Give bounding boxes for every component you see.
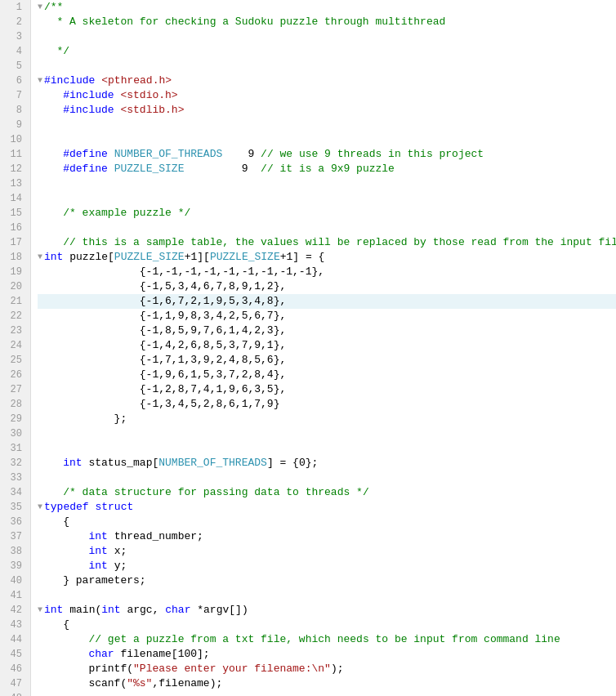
- token-comment: */: [38, 44, 69, 59]
- token-kw: int: [44, 250, 63, 265]
- token-preproc: #include: [44, 74, 95, 88]
- code-line: {: [38, 618, 616, 632]
- token-string: <pthread.h>: [101, 74, 172, 88]
- code-line: #define NUMBER_OF_THREADS 9 // we use 9 …: [38, 147, 616, 162]
- token-plain: [108, 147, 114, 162]
- code-line: */: [38, 44, 616, 59]
- code-line: [38, 118, 616, 132]
- token-plain: {-1,1,9,8,3,4,2,5,6,7},: [38, 309, 286, 323]
- token-preproc: #include: [63, 103, 114, 118]
- line-number: 8: [0, 103, 25, 118]
- code-line: /* example puzzle */: [38, 206, 616, 221]
- line-number: 27: [0, 382, 25, 397]
- token-plain: };: [38, 412, 127, 426]
- fold-icon[interactable]: ▼: [38, 250, 42, 265]
- fold-icon[interactable]: ▼: [38, 500, 42, 515]
- token-plain: );: [331, 662, 344, 676]
- token-plain: {-1,2,8,7,4,1,9,6,3,5},: [38, 382, 286, 397]
- line-number: 2: [0, 15, 25, 29]
- token-plain: } parameters;: [38, 573, 146, 588]
- token-macro: PUZZLE_SIZE: [114, 250, 185, 265]
- line-number: 5: [0, 59, 25, 74]
- line-number: 13: [0, 176, 25, 191]
- token-comment: /* data structure for passing data to th…: [63, 485, 368, 500]
- line-number: 26: [0, 368, 25, 382]
- line-number: 20: [0, 279, 25, 294]
- token-preproc: #define: [63, 147, 108, 162]
- token-plain: +1][: [185, 250, 210, 265]
- code-line: ▼int puzzle[PUZZLE_SIZE+1][PUZZLE_SIZE+1…: [38, 250, 616, 265]
- token-comment: // get a puzzle from a txt file, which n…: [88, 632, 560, 647]
- line-number: 31: [0, 441, 25, 456]
- token-plain: scanf(: [38, 676, 127, 691]
- code-line: [38, 176, 616, 191]
- line-number: 11: [0, 147, 25, 162]
- code-line: [38, 471, 616, 485]
- token-comment: // we use 9 threads in this project: [261, 147, 484, 162]
- token-plain: [38, 559, 88, 573]
- token-comment: * A skeleton for checking a Sudoku puzzl…: [38, 15, 445, 29]
- token-plain: [38, 162, 63, 176]
- code-line: [38, 588, 616, 603]
- token-kw: int: [63, 456, 82, 471]
- line-number: 42: [0, 603, 25, 618]
- code-line: ▼int main(int argc, char *argv[]): [38, 603, 616, 618]
- code-line: printf("Please enter your filename:\n");: [38, 662, 616, 676]
- token-plain: {-1,9,6,1,5,3,7,2,8,4},: [38, 368, 286, 382]
- token-plain: [38, 235, 63, 250]
- token-plain: {-1,5,3,4,6,7,8,9,1,2},: [38, 279, 286, 294]
- line-number: 9: [0, 118, 25, 132]
- fold-icon[interactable]: ▼: [38, 0, 42, 15]
- code-line: [38, 59, 616, 74]
- token-comment: /* example puzzle */: [63, 206, 190, 221]
- line-number: 44: [0, 632, 25, 647]
- code-line: * A skeleton for checking a Sudoku puzzl…: [38, 15, 616, 29]
- line-number: 19: [0, 265, 25, 279]
- token-plain: [38, 485, 63, 500]
- token-plain: ] = {0};: [267, 456, 318, 471]
- code-line: {-1,-1,-1,-1,-1,-1,-1,-1,-1},: [38, 265, 616, 279]
- code-line: // this is a sample table, the values wi…: [38, 235, 616, 250]
- code-line: /* data structure for passing data to th…: [38, 485, 616, 500]
- token-plain: {-1,4,2,6,8,5,3,7,9,1},: [38, 338, 286, 353]
- token-macro: NUMBER_OF_THREADS: [158, 456, 267, 471]
- code-line: [38, 221, 616, 235]
- token-plain: [38, 147, 63, 162]
- token-kw: int: [88, 544, 107, 559]
- token-string: <stdio.h>: [120, 88, 177, 103]
- token-comment: // this is a sample table, the values wi…: [63, 235, 616, 250]
- fold-icon[interactable]: ▼: [38, 74, 42, 88]
- token-plain: 9: [222, 147, 261, 162]
- code-line: char filename[100];: [38, 647, 616, 662]
- code-line: #include <stdio.h>: [38, 88, 616, 103]
- line-number: 33: [0, 471, 25, 485]
- token-kw: typedef: [44, 500, 89, 515]
- line-number: 39: [0, 559, 25, 573]
- token-plain: [108, 162, 114, 176]
- line-number: 35: [0, 500, 25, 515]
- line-number: 7: [0, 88, 25, 103]
- code-line: #include <stdlib.h>: [38, 103, 616, 118]
- token-kw: char: [88, 647, 114, 662]
- code-line: {-1,6,7,2,1,9,5,3,4,8},: [38, 294, 616, 309]
- token-macro: PUZZLE_SIZE: [210, 250, 280, 265]
- token-kw: int: [88, 529, 107, 544]
- token-plain: [38, 88, 63, 103]
- line-number: 29: [0, 412, 25, 426]
- token-macro: PUZZLE_SIZE: [114, 162, 185, 176]
- token-plain: [114, 88, 121, 103]
- code-area: 1234567891011121314151617181920212223242…: [0, 0, 616, 696]
- line-number: 30: [0, 426, 25, 441]
- code-line: {-1,4,2,6,8,5,3,7,9,1},: [38, 338, 616, 353]
- fold-icon[interactable]: ▼: [38, 603, 42, 618]
- code-lines: ▼/** * A skeleton for checking a Sudoku …: [31, 0, 616, 696]
- token-plain: thread_number;: [108, 529, 203, 544]
- code-line: int x;: [38, 544, 616, 559]
- line-number: 48: [0, 691, 25, 696]
- code-line: {-1,1,9,8,3,4,2,5,6,7},: [38, 309, 616, 323]
- line-number: 14: [0, 191, 25, 206]
- token-plain: +1] = {: [280, 250, 325, 265]
- code-line: #define PUZZLE_SIZE 9 // it is a 9x9 puz…: [38, 162, 616, 176]
- token-plain: [38, 529, 88, 544]
- token-kw: int: [44, 603, 63, 618]
